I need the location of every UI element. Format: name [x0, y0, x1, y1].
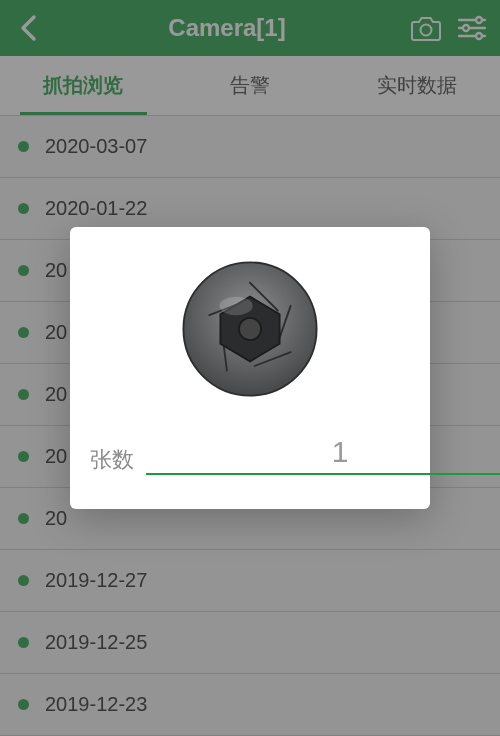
count-input[interactable] — [146, 433, 500, 475]
modal-overlay[interactable]: 张数 (Pcs) — [0, 0, 500, 736]
svg-point-14 — [239, 318, 261, 340]
app-root: Camera[1] 抓拍浏览 告 — [0, 0, 500, 736]
count-label: 张数 — [90, 445, 134, 475]
count-input-row: 张数 (Pcs) — [90, 433, 410, 475]
capture-dialog: 张数 (Pcs) — [70, 227, 430, 509]
aperture-icon — [176, 255, 324, 403]
svg-point-15 — [219, 297, 252, 316]
